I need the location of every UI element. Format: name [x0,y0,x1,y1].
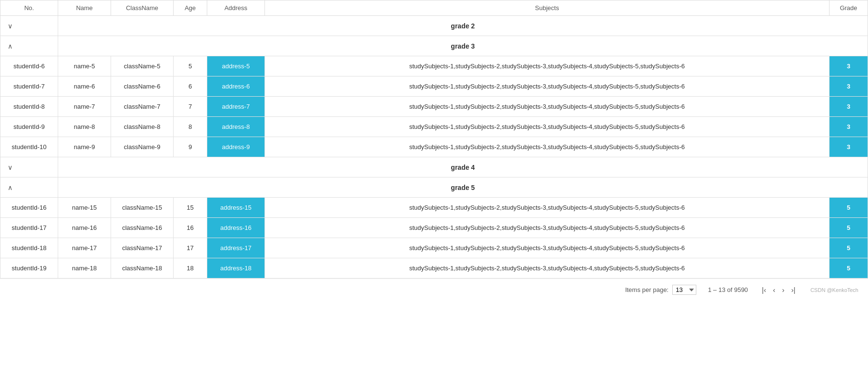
cell-grade: 5 [830,198,868,218]
cell-name: name-6 [58,76,111,97]
cell-subjects: studySubjects-1,studySubjects-2,studySub… [265,97,830,117]
header-no[interactable]: No. [0,0,58,16]
cell-age: 16 [174,218,207,238]
table-row: studentId-9name-8className-88address-8st… [0,117,868,137]
pagination-nav: |‹ ‹ › ›| [759,285,798,295]
cell-name: name-5 [58,56,111,76]
group-toggle-cell[interactable]: ∨ [0,16,58,36]
group-header-row: ∨grade 2 [0,16,868,36]
cell-classname: className-17 [111,238,174,258]
cell-address: address-18 [207,258,265,278]
header-name[interactable]: Name [58,0,111,16]
cell-no: studentId-9 [0,117,58,137]
cell-grade: 5 [830,218,868,238]
cell-age: 5 [174,56,207,76]
cell-address: address-7 [207,97,265,117]
cell-address: address-8 [207,117,265,137]
cell-age: 18 [174,258,207,278]
cell-subjects: studySubjects-1,studySubjects-2,studySub… [265,218,830,238]
items-per-page-label: Items per page: [625,286,668,293]
cell-name: name-7 [58,97,111,117]
cell-age: 9 [174,137,207,157]
table-row: studentId-10name-9className-99address-9s… [0,137,868,157]
cell-grade: 3 [830,117,868,137]
cell-age: 7 [174,97,207,117]
table-row: studentId-7name-6className-66address-6st… [0,76,868,97]
cell-classname: className-8 [111,117,174,137]
table-body: ∨grade 2∧grade 3studentId-6name-5classNa… [0,16,868,278]
cell-name: name-8 [58,117,111,137]
group-label: grade 4 [58,157,868,177]
table-row: studentId-16name-15className-1515address… [0,198,868,218]
cell-grade: 3 [830,97,868,117]
cell-name: name-18 [58,258,111,278]
table-container: No. Name ClassName Age Address Subjects … [0,0,868,278]
header-classname[interactable]: ClassName [111,0,174,16]
cell-grade: 5 [830,238,868,258]
group-label: grade 2 [58,16,868,36]
items-per-page-select[interactable]: 13 25 50 100 [672,285,696,295]
group-toggle-cell[interactable]: ∨ [0,157,58,177]
prev-page-button[interactable]: ‹ [770,285,778,295]
group-toggle-cell[interactable]: ∧ [0,177,58,198]
watermark: CSDN @KenkoTech [810,287,858,293]
cell-classname: className-7 [111,97,174,117]
items-per-page-section: Items per page: 13 25 50 100 [625,285,696,295]
table-row: studentId-18name-17className-1717address… [0,238,868,258]
group-header-row: ∨grade 4 [0,157,868,177]
cell-no: studentId-10 [0,137,58,157]
cell-no: studentId-18 [0,238,58,258]
first-page-button[interactable]: |‹ [759,285,768,295]
cell-name: name-16 [58,218,111,238]
cell-no: studentId-17 [0,218,58,238]
last-page-button[interactable]: ›| [789,285,798,295]
group-toggle-cell[interactable]: ∧ [0,36,58,56]
cell-name: name-17 [58,238,111,258]
cell-no: studentId-8 [0,97,58,117]
table-row: studentId-17name-16className-1616address… [0,218,868,238]
group-label: grade 5 [58,177,868,198]
cell-address: address-17 [207,238,265,258]
header-address[interactable]: Address [207,0,265,16]
cell-no: studentId-7 [0,76,58,97]
cell-address: address-5 [207,56,265,76]
group-label: grade 3 [58,36,868,56]
cell-classname: className-5 [111,56,174,76]
cell-classname: className-18 [111,258,174,278]
cell-grade: 3 [830,56,868,76]
header-row: No. Name ClassName Age Address Subjects … [0,0,868,16]
header-age[interactable]: Age [174,0,207,16]
main-table: No. Name ClassName Age Address Subjects … [0,0,868,278]
cell-name: name-9 [58,137,111,157]
cell-subjects: studySubjects-1,studySubjects-2,studySub… [265,137,830,157]
next-page-button[interactable]: › [780,285,787,295]
cell-grade: 5 [830,258,868,278]
cell-address: address-16 [207,218,265,238]
cell-age: 17 [174,238,207,258]
cell-subjects: studySubjects-1,studySubjects-2,studySub… [265,56,830,76]
cell-subjects: studySubjects-1,studySubjects-2,studySub… [265,117,830,137]
cell-grade: 3 [830,76,868,97]
cell-address: address-9 [207,137,265,157]
table-footer: Items per page: 13 25 50 100 1 – 13 of 9… [0,278,868,301]
cell-classname: className-6 [111,76,174,97]
cell-age: 15 [174,198,207,218]
table-row: studentId-6name-5className-55address-5st… [0,56,868,76]
cell-classname: className-9 [111,137,174,157]
cell-address: address-6 [207,76,265,97]
group-header-row: ∧grade 5 [0,177,868,198]
cell-no: studentId-6 [0,56,58,76]
cell-subjects: studySubjects-1,studySubjects-2,studySub… [265,198,830,218]
group-header-row: ∧grade 3 [0,36,868,56]
header-subjects[interactable]: Subjects [265,0,830,16]
cell-classname: className-16 [111,218,174,238]
cell-age: 6 [174,76,207,97]
cell-subjects: studySubjects-1,studySubjects-2,studySub… [265,258,830,278]
cell-address: address-15 [207,198,265,218]
header-grade[interactable]: Grade [830,0,868,16]
cell-classname: className-15 [111,198,174,218]
cell-name: name-15 [58,198,111,218]
table-row: studentId-8name-7className-77address-7st… [0,97,868,117]
cell-subjects: studySubjects-1,studySubjects-2,studySub… [265,238,830,258]
cell-no: studentId-19 [0,258,58,278]
